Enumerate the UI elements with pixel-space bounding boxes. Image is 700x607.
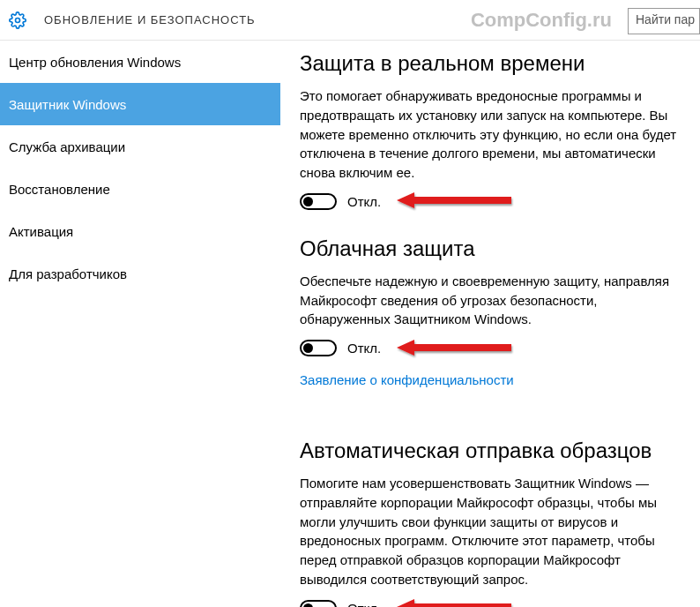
toggle-label: Откл. [347,194,381,209]
svg-marker-2 [397,340,511,356]
sidebar-item-activation[interactable]: Активация [0,210,280,252]
search-input[interactable]: Найти пар [628,8,700,34]
svg-point-0 [16,18,20,22]
privacy-link[interactable]: Заявление о конфиденциальности [300,372,514,387]
toggle-cloud[interactable] [300,340,337,356]
annotation-arrow-icon [397,597,520,607]
content: Защита в реальном времени Это помогает о… [280,41,700,607]
section-desc-samples: Помогите нам усовершенствовать Защитник … [300,474,684,589]
svg-marker-3 [397,599,511,607]
section-desc-realtime: Это помогает обнаруживать вредоносные пр… [300,86,684,183]
toggle-label: Откл. [347,341,381,356]
sidebar-item-backup[interactable]: Служба архивации [0,125,280,168]
sidebar-item-label: Центр обновления Windows [9,55,181,70]
section-title-samples: Автоматическая отправка образцов [300,438,684,463]
sidebar: Центр обновления Windows Защитник Window… [0,41,280,607]
toggle-knob [303,197,313,206]
gear-icon [9,11,26,29]
toggle-label: Откл. [347,601,381,608]
section-title-cloud: Облачная защита [300,236,684,261]
sidebar-item-label: Защитник Windows [9,97,126,112]
sidebar-item-developers[interactable]: Для разработчиков [0,252,280,295]
toggle-knob [303,343,313,353]
svg-marker-1 [397,192,511,208]
annotation-arrow-icon [397,338,520,359]
toggle-row-realtime: Откл. [300,193,684,210]
toggle-row-cloud: Откл. [300,340,684,356]
section-desc-cloud: Обеспечьте надежную и своевременную защи… [300,272,684,329]
toggle-realtime[interactable] [300,193,337,210]
sidebar-item-label: Служба архивации [9,139,125,154]
sidebar-item-label: Для разработчиков [9,266,127,281]
sidebar-item-recovery[interactable]: Восстановление [0,168,280,210]
toggle-row-samples: Откл. [300,600,684,608]
annotation-arrow-icon [397,191,520,212]
toggle-samples[interactable] [300,600,337,608]
sidebar-item-label: Активация [9,224,73,239]
sidebar-item-label: Восстановление [9,182,110,197]
watermark: CompConfig.ru [471,9,612,32]
sidebar-item-defender[interactable]: Защитник Windows [0,83,280,125]
header: ОБНОВЛЕНИЕ И БЕЗОПАСНОСТЬ CompConfig.ru … [0,0,700,41]
section-title-realtime: Защита в реальном времени [300,51,684,76]
sidebar-item-update[interactable]: Центр обновления Windows [0,41,280,83]
page-title: ОБНОВЛЕНИЕ И БЕЗОПАСНОСТЬ [44,13,256,26]
toggle-knob [303,603,313,608]
